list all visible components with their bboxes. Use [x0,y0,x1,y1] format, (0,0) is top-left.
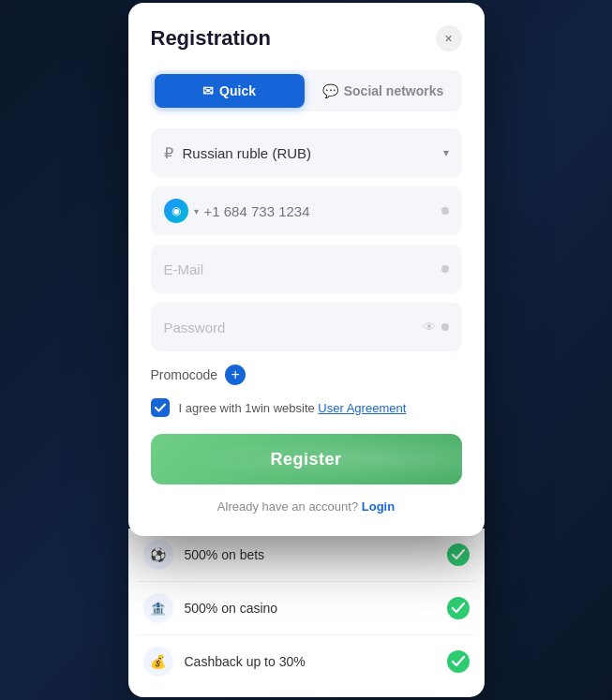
login-link[interactable]: Login [362,499,395,514]
modal-header: Registration × [151,25,462,52]
agreement-row: I agree with 1win website User Agreement [151,398,462,417]
bonus-item-casino: 🏦 500% on casino [138,582,475,635]
phone-input[interactable] [204,203,436,219]
eye-icon[interactable]: 👁 [423,320,436,335]
tab-social-label: Social networks [344,83,444,98]
tab-social[interactable]: 💬 Social networks [308,74,458,108]
envelope-icon: ✉ [202,83,214,98]
password-required-dot [441,323,449,331]
tab-quick-label: Quick [219,83,256,98]
casino-bonus-text: 500% on casino [185,601,436,616]
phone-required-dot [441,207,449,215]
bonus-item-cashback: 💰 Cashback up to 30% [138,635,475,688]
agreement-checkbox[interactable] [151,398,170,417]
bets-bonus-text: 500% on bets [185,547,436,562]
phone-field-wrap: ◉ ▾ [151,186,462,235]
close-button[interactable]: × [436,25,462,52]
bets-check-icon [447,544,470,566]
flag-icon: ◉ [164,199,188,223]
casino-icon: 🏦 [143,593,173,623]
currency-label: Russian ruble (RUB) [183,145,443,161]
bonus-list: ⚽ 500% on bets 🏦 500% on casino 💰 Cashba… [128,529,485,697]
email-field-wrap [151,245,462,293]
promocode-label: Promocode [151,367,218,382]
password-input[interactable] [164,320,423,335]
chevron-down-icon: ▾ [443,146,449,159]
agreement-text: I agree with 1win website User Agreement [179,401,407,415]
register-button[interactable]: Register [151,434,462,484]
cashback-check-icon [447,650,470,673]
user-agreement-link[interactable]: User Agreement [318,401,406,415]
cashback-icon: 💰 [143,647,173,677]
phone-chevron-icon: ▾ [194,206,199,216]
add-promocode-button[interactable]: + [225,365,246,385]
currency-selector[interactable]: ₽ Russian ruble (RUB) ▾ [151,128,462,177]
form-fields: ₽ Russian ruble (RUB) ▾ ◉ ▾ 👁 [151,128,462,351]
checkmark-icon [155,402,166,413]
registration-modal: Registration × ✉ Quick 💬 Social networks… [128,3,485,536]
email-input[interactable] [164,261,441,277]
tab-row: ✉ Quick 💬 Social networks [151,70,462,112]
bets-icon: ⚽ [143,540,173,570]
password-field-wrap: 👁 [151,303,462,351]
cashback-bonus-text: Cashback up to 30% [185,654,436,669]
bonus-item-bets: ⚽ 500% on bets [138,529,475,582]
modal-title: Registration [151,26,271,51]
ruble-icon: ₽ [164,144,173,162]
casino-check-icon [447,597,470,619]
login-row: Already have an account? Login [151,499,462,514]
already-have-account-text: Already have an account? [217,499,358,514]
tab-quick[interactable]: ✉ Quick [155,74,305,108]
chat-icon: 💬 [322,83,338,98]
promocode-row: Promocode + [151,365,462,385]
email-required-dot [441,265,449,273]
